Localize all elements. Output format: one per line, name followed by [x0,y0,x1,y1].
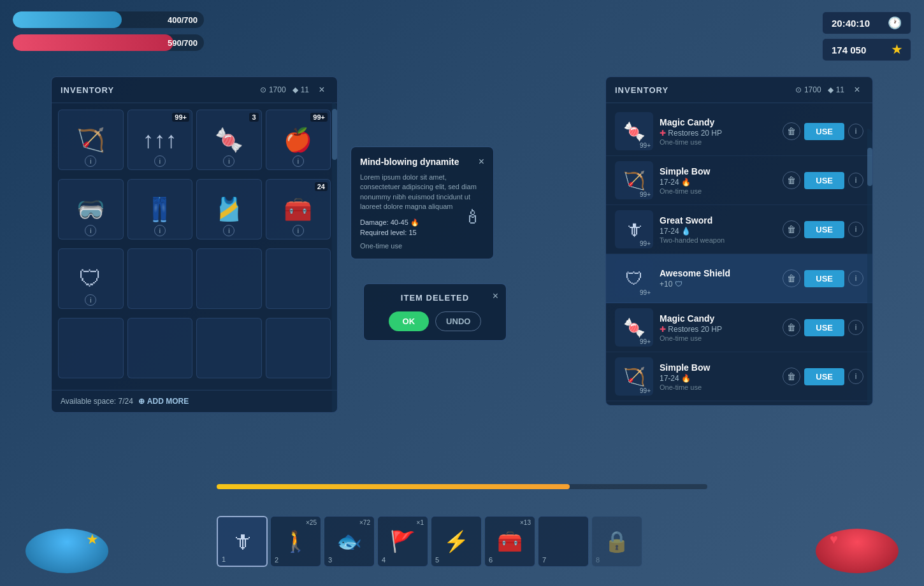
grid-cell-2[interactable]: ↑↑↑ 99+ i [127,110,193,170]
list-item-icon-wrap-1: 🍬 99+ [615,112,653,150]
popup-detail-close-button[interactable]: × [479,156,484,168]
item-type-3: Two-handed weapon [660,236,776,244]
grid-cell-7[interactable]: 🎽 i [196,179,262,239]
hotbar-slot-3[interactable]: ×72 🐟 3 [324,516,375,567]
candy-count-1: 99+ [640,142,651,149]
popup-deleted-title: ITEM DELETED [373,293,497,303]
inventory-left-grid: 🏹 i ↑↑↑ 99+ i 🍬 3 i 🍎 99+ i 🥽 i 👖 i 🎽 [52,103,337,390]
inventory-left-scrollbar[interactable] [332,103,337,412]
time-value: 20:40:10 [832,18,870,29]
hotbar-slot-1[interactable]: 🗡 1 [217,516,268,567]
inventory-left-weight: ⊙ 1700 [260,85,286,94]
hotbar-slot-7[interactable]: 7 [538,516,589,567]
item-name-3: Great Sword [660,215,776,225]
item-info-button-6[interactable]: i [154,225,166,236]
list-item-icon-wrap-6: 🏹 99+ [615,357,653,396]
grid-cell-8[interactable]: 🧰 24 i [266,179,331,239]
list-item-magic-candy-1: 🍬 99+ Magic Candy ✚ Restores 20 HP One-t… [606,107,872,156]
hotbar-slot-2[interactable]: ×25 🚶 2 [270,516,321,567]
item-deleted-popup: × ITEM DELETED OK UNDO [363,283,507,341]
hotbar-num-3: 3 [328,556,332,564]
item-info-button-8[interactable]: i [292,225,304,236]
delete-button-3[interactable]: 🗑 [783,220,800,238]
item-info-button-9[interactable]: i [85,294,96,306]
item-info-button-4[interactable]: i [292,155,304,167]
inventory-left-slots: ◆ 11 [292,85,309,94]
use-button-3[interactable]: USE [804,221,844,238]
delete-button-6[interactable]: 🗑 [783,368,800,385]
hotbar-slot-6[interactable]: ×13 🧰 6 [484,516,535,567]
item-bow-icon: 🏹 [76,127,105,154]
inventory-left-close-button[interactable]: × [315,83,328,96]
grid-cell-6[interactable]: 👖 i [127,179,193,239]
inventory-left-footer: Available space: 7/24 ⊕ ADD MORE [52,390,337,412]
info-button-1[interactable]: i [848,124,863,139]
item-goggles-icon: 🥽 [76,196,105,223]
diamond-icon: ◆ [292,85,298,94]
shield-count: 99+ [640,289,651,296]
delete-button-2[interactable]: 🗑 [783,171,800,189]
popup-detail-title: Mind-blowing dynamite [360,157,459,167]
item-info-button-3[interactable]: i [223,155,235,167]
dynamite-icon: 🕯 [463,206,482,228]
item-count-4: 99+ [310,113,328,122]
inventory-right-close-button[interactable]: × [851,83,863,96]
item-count-8: 24 [315,182,328,191]
hp-bar-text: 400/700 [168,15,198,25]
use-button-2[interactable]: USE [804,172,844,189]
grid-cell-9[interactable]: 🛡 i [58,248,124,309]
delete-button-4[interactable]: 🗑 [783,269,800,287]
use-button-4[interactable]: USE [804,270,844,287]
hotbar-count-4: ×1 [417,519,424,526]
item-name-4: Awesome Shield [660,268,776,278]
bow-count-1: 99+ [640,191,651,198]
info-button-3[interactable]: i [848,222,863,237]
item-info-button-2[interactable]: i [154,155,166,167]
item-candy-icon: 🍬 [215,127,243,154]
item-armor-icon: 🎽 [215,196,243,223]
grid-cell-1[interactable]: 🏹 i [58,110,124,170]
info-button-4[interactable]: i [848,271,863,286]
item-name-1: Magic Candy [660,117,776,127]
inventory-left-header: INVENTORY ⊙ 1700 ◆ 11 × [52,77,337,103]
info-button-6[interactable]: i [848,369,863,384]
hotbar-slot-4[interactable]: ×1 🚩 4 [377,516,428,567]
item-name-2: Simple Bow [660,166,776,176]
list-item-actions-3: 🗑 USE i [783,220,863,238]
use-button-1[interactable]: USE [804,123,844,140]
list-item-actions-2: 🗑 USE i [783,171,863,189]
item-info-button-1[interactable]: i [85,155,96,167]
delete-button-1[interactable]: 🗑 [783,122,800,140]
item-stat-6: 17-24 🔥 [660,374,776,383]
orb-star-icon: ★ [86,531,99,548]
undo-button[interactable]: UNDO [435,311,481,331]
grid-cell-4[interactable]: 🍎 99+ i [266,110,331,170]
add-more-button[interactable]: ⊕ ADD MORE [138,397,189,406]
list-item-icon-wrap-4: 🛡 99+ [615,259,653,297]
item-stat-3: 17-24 💧 [660,227,776,236]
inventory-right-slots: ◆ 11 [828,85,844,94]
list-item-awesome-shield: 🛡 99+ Awesome Shield +10 🛡 🗑 USE i [606,254,872,303]
hp-bar-container: 400/700 [13,11,204,28]
grid-cell-5[interactable]: 🥽 i [58,179,124,239]
hp-bar-fill [13,11,122,28]
hotbar: 🗡 1 ×25 🚶 2 ×72 🐟 3 ×1 🚩 4 ⚡ 5 ×13 🧰 6 [217,516,642,567]
info-button-5[interactable]: i [848,320,863,335]
inventory-right-scrollbar[interactable] [867,129,872,405]
inventory-right-header: INVENTORY ⊙ 1700 ◆ 11 × [606,77,872,103]
hotbar-slot-5[interactable]: ⚡ 5 [431,516,482,567]
delete-button-5[interactable]: 🗑 [783,318,800,336]
info-button-2[interactable]: i [848,173,863,188]
use-button-5[interactable]: USE [804,319,844,336]
hotbar-icon-2: 🚶 [283,529,308,554]
grid-cell-3[interactable]: 🍬 3 i [196,110,262,170]
item-info-button-7[interactable]: i [223,225,235,236]
red-orb[interactable] [816,529,899,573]
popup-deleted-buttons: OK UNDO [373,311,497,331]
item-info-button-5[interactable]: i [85,225,96,236]
ok-button[interactable]: OK [389,311,430,331]
list-item-great-sword: 🗡 99+ Great Sword 17-24 💧 Two-handed wea… [606,205,872,254]
orb-left: ★ [25,490,115,573]
popup-deleted-close-button[interactable]: × [493,290,498,302]
use-button-6[interactable]: USE [804,368,844,385]
